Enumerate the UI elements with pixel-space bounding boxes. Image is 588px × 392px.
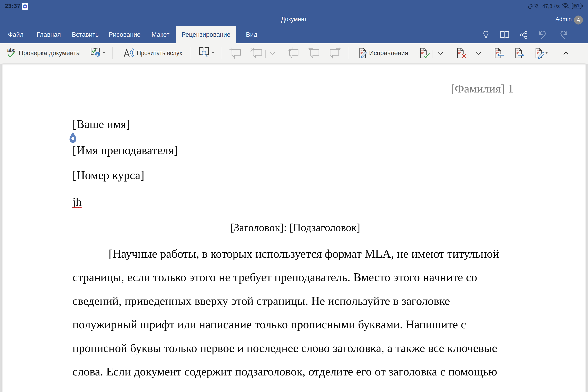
doc-line-course-number[interactable]: [Номер курса] <box>72 169 144 182</box>
delete-comment-button[interactable] <box>250 43 263 61</box>
m365-app-icon <box>22 3 28 10</box>
screen: 23:37 47,8K/s <box>0 0 588 392</box>
read-mode-icon[interactable] <box>500 30 510 39</box>
track-changes-icon <box>357 47 369 60</box>
accept-caret-icon <box>437 51 444 56</box>
toolbar-divider <box>112 47 113 59</box>
tab-insert[interactable]: Вставить <box>70 26 100 43</box>
comments-caret-icon <box>270 51 276 56</box>
read-aloud-label: Прочитать вслух <box>137 44 182 62</box>
accept-change-icon <box>418 47 430 60</box>
text-cursor-handle[interactable] <box>69 132 77 144</box>
wifi-icon <box>562 3 570 9</box>
paragraph-line: прописной буквы только первое и последне… <box>72 336 499 360</box>
delete-comment-icon <box>250 48 262 59</box>
tab-layout[interactable]: Макет <box>150 26 170 43</box>
collapse-ribbon-icon <box>563 51 569 56</box>
proofing-label: Проверка документа <box>19 44 80 62</box>
toolbar-divider <box>432 50 432 58</box>
ribbon-toolbar: abc Проверка документа <box>0 43 588 64</box>
accept-dropdown[interactable] <box>437 43 444 61</box>
previous-change-icon <box>493 47 504 60</box>
toolbar-divider <box>266 50 266 58</box>
doc-paragraph[interactable]: [Научные работы, в которых используется … <box>72 242 499 383</box>
new-comment-icon <box>230 48 241 59</box>
proofing-button[interactable]: abc Проверка документа <box>6 43 82 61</box>
redo-icon[interactable] <box>559 30 568 40</box>
toolbar-divider <box>348 47 348 59</box>
document-title: Документ <box>24 14 564 25</box>
tab-view[interactable]: Вид <box>244 26 259 43</box>
reject-dropdown[interactable] <box>475 43 482 61</box>
share-icon[interactable] <box>520 30 528 39</box>
search-reference-caret <box>212 52 214 54</box>
battery-indicator: 51 <box>572 3 583 9</box>
spellcheck-abc-icon: abc <box>6 48 17 60</box>
notifications-off-icon <box>534 3 539 9</box>
paragraph-line: страницы, если только этого не требует п… <box>72 266 499 289</box>
new-comment-button[interactable] <box>230 43 242 61</box>
paragraph-line: [Научные работы, в которых используется … <box>72 242 499 266</box>
reject-change-icon <box>455 47 467 60</box>
show-comments-button[interactable] <box>288 43 300 61</box>
paragraph-line: слова. Если документ содержит подзаголов… <box>72 360 499 383</box>
next-comment-button[interactable] <box>329 43 342 61</box>
doc-line-instructor-name[interactable]: [Имя преподавателя] <box>72 144 178 157</box>
previous-comment-icon <box>308 48 320 59</box>
proofing-language-caret <box>103 52 106 54</box>
tab-draw[interactable]: Рисование <box>107 26 142 43</box>
title-bar: 23:37 47,8K/s <box>0 0 588 43</box>
document-area[interactable]: [Фамилия] 1 [Ваше имя] [Имя преподавател… <box>0 64 588 392</box>
status-clock: 23:37 <box>5 2 20 10</box>
ink-editor-button[interactable] <box>534 43 550 61</box>
account-name[interactable]: Admin <box>531 14 572 24</box>
track-changes-button[interactable]: Исправления <box>357 43 408 61</box>
reject-change-button[interactable] <box>455 43 467 61</box>
page-header-surname[interactable]: [Фамилия] 1 <box>72 82 514 95</box>
doc-line-your-name[interactable]: [Ваше имя] <box>72 118 130 131</box>
proofing-language-icon <box>90 47 100 58</box>
reject-caret-icon <box>475 51 482 56</box>
spellcheck-squiggle <box>72 206 83 209</box>
collapse-ribbon-button[interactable] <box>563 43 570 61</box>
search-book-icon <box>198 47 210 58</box>
doc-title-line[interactable]: [Заголовок]: [Подзаголовок] <box>72 222 518 233</box>
next-change-icon <box>513 47 525 60</box>
previous-change-button[interactable] <box>493 43 505 61</box>
proofing-language-button[interactable] <box>90 43 108 61</box>
toolbar-divider <box>222 47 222 59</box>
undo-icon[interactable] <box>538 30 547 40</box>
account-avatar[interactable]: A <box>574 16 583 24</box>
sync-icon <box>527 4 533 9</box>
toolbar-divider <box>191 47 191 59</box>
ink-editor-icon <box>534 47 545 60</box>
search-reference-button[interactable] <box>198 43 217 61</box>
tab-home[interactable]: Главная <box>35 26 62 43</box>
paragraph-line: полужирный шрифт или написание только пр… <box>72 312 499 336</box>
comments-dropdown[interactable] <box>270 43 276 61</box>
track-changes-label: Исправления <box>369 44 408 62</box>
next-comment-icon <box>329 48 341 59</box>
tab-review[interactable]: Рецензирование <box>176 26 236 43</box>
accept-change-button[interactable] <box>418 43 430 61</box>
lightbulb-icon[interactable] <box>482 30 490 39</box>
toolbar-divider <box>469 50 470 58</box>
ink-editor-caret <box>545 52 548 54</box>
network-speed: 47,8K/s <box>542 3 560 10</box>
tab-file[interactable]: Файл <box>6 26 26 43</box>
read-aloud-icon <box>124 47 134 58</box>
read-aloud-button[interactable]: Прочитать вслух <box>122 43 184 61</box>
show-comments-icon <box>288 48 299 59</box>
next-change-button[interactable] <box>513 43 526 61</box>
previous-comment-button[interactable] <box>308 43 321 61</box>
paragraph-line: сведений, приведенных вверху этой страни… <box>72 289 499 312</box>
